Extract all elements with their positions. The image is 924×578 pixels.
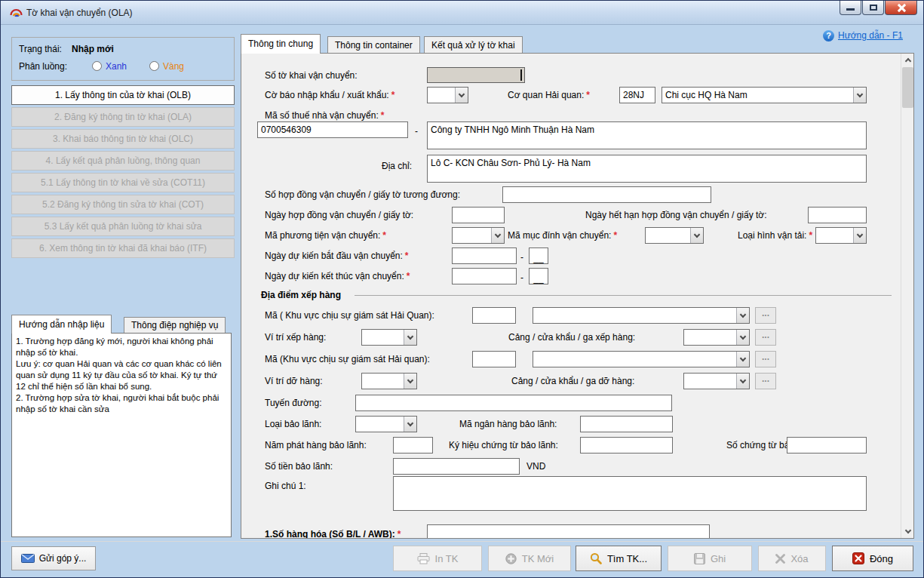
- co-quan-code-input[interactable]: [619, 87, 655, 103]
- co-quan-combobox[interactable]: Chi cục HQ Hà Nam: [662, 87, 867, 103]
- minimize-button[interactable]: [840, 1, 861, 15]
- save-button: Ghi: [668, 546, 752, 571]
- ma-ngan-hang-label: Mã ngân hàng bảo lãnh:: [459, 419, 557, 429]
- chevron-down-icon[interactable]: [690, 228, 703, 243]
- chevron-down-icon[interactable]: [736, 374, 749, 389]
- chevron-down-icon[interactable]: [853, 228, 866, 243]
- maximize-button[interactable]: [862, 1, 884, 15]
- tab-guide[interactable]: Hướng dẫn nhập liệu: [11, 315, 112, 334]
- ma-khu-vuc-do-input[interactable]: [472, 351, 516, 367]
- close-button[interactable]: [885, 1, 917, 15]
- ngay-het-han-input[interactable]: [808, 207, 867, 223]
- feedback-button[interactable]: Gửi góp ý...: [11, 546, 96, 570]
- nam-phat-hanh-label: Năm phát hàng bảo lãnh:: [265, 440, 367, 450]
- ky-hieu-chung-tu-label: Ký hiệu chứng từ bảo lãnh:: [449, 440, 558, 450]
- lane-yellow-radio[interactable]: [149, 61, 159, 71]
- loai-hinh-combobox[interactable]: [815, 227, 867, 244]
- general-info-panel: Số tờ khai vận chuyển: Cờ báo nhập khẩu …: [241, 53, 914, 539]
- delete-button-label: Xóa: [790, 553, 808, 564]
- loai-hinh-label: Loại hình vận tải:*: [738, 230, 812, 241]
- chevron-down-icon[interactable]: [736, 308, 749, 323]
- ma-khu-vuc-xep-input[interactable]: [472, 307, 516, 324]
- ngay-bat-dau-label: Ngày dự kiến bắt đầu vận chuyển:*: [265, 251, 409, 261]
- cang-do-browse-button[interactable]: ...: [755, 373, 776, 389]
- scrollbar-thumb[interactable]: [902, 67, 913, 108]
- so-tien-input[interactable]: [393, 458, 520, 475]
- tuyen-duong-input[interactable]: [355, 395, 672, 411]
- ngay-hop-dong-input[interactable]: [452, 207, 505, 223]
- khu-vuc-xep-browse-button[interactable]: ...: [755, 307, 776, 324]
- chevron-down-icon[interactable]: [404, 374, 416, 389]
- gio-ket-thuc-input[interactable]: __: [529, 268, 548, 284]
- tab-container-info[interactable]: Thông tin container: [327, 36, 420, 54]
- tab-messages[interactable]: Thông điệp nghiệp vụ: [124, 317, 226, 334]
- ma-so-thue-label: Mã số thuế nhà vận chuyển:*: [265, 110, 384, 121]
- status-panel: Trạng thái: Nhập mới Phân luồng: Xanh Và…: [11, 37, 235, 81]
- ma-ngan-hang-input[interactable]: [580, 416, 673, 432]
- ngay-bat-dau-input[interactable]: [452, 247, 517, 264]
- chevron-down-icon: [904, 527, 910, 533]
- dia-chi-field[interactable]: Lô C- KCN Châu Sơn- Phủ Lý- Hà Nam: [427, 155, 867, 183]
- ma-phuong-tien-combobox[interactable]: [452, 227, 505, 244]
- ma-khu-vuc-do-label: Mã (Khu vực chịu sự giám sát Hải quan):: [265, 354, 430, 364]
- khu-vuc-xep-combobox[interactable]: [533, 307, 750, 324]
- vi-tri-do-combobox[interactable]: [361, 373, 417, 389]
- cang-xep-combobox[interactable]: [683, 329, 750, 346]
- nha-van-chuyen-field[interactable]: Công ty TNHH Ngô Minh Thuận Hà Nam: [427, 121, 867, 149]
- vi-tri-xep-label: Ví trí xếp hàng:: [265, 332, 326, 343]
- close-dialog-button-label: Đóng: [870, 553, 893, 564]
- tab-processing-result[interactable]: Kết quả xử lý tờ khai: [424, 36, 523, 54]
- cang-do-combobox[interactable]: [683, 373, 750, 389]
- title-bar[interactable]: Tờ khai vận chuyển (OLA): [1, 1, 923, 25]
- ky-hieu-chung-tu-input[interactable]: [580, 437, 673, 453]
- step-1-button[interactable]: 1. Lấy thông tin của tờ khai (OLB): [11, 85, 235, 105]
- so-hang-hoa-input[interactable]: [427, 524, 710, 539]
- currency-label: VND: [526, 461, 545, 472]
- ma-muc-dich-label: Mã mục đính vận chuyển:*: [508, 230, 617, 241]
- find-declaration-button[interactable]: Tìm TK...: [576, 546, 662, 571]
- ma-so-thue-input[interactable]: [257, 121, 408, 138]
- loai-bao-lanh-combobox[interactable]: [355, 416, 417, 432]
- gio-bat-dau-input[interactable]: __: [529, 247, 548, 264]
- so-chung-tu-input[interactable]: [787, 437, 867, 453]
- step-5-3-button: 5.3 Lấy kết quả phân luồng tờ khai sửa: [11, 217, 235, 236]
- step-3-button: 3. Khai báo thông tin tờ khai (OLC): [11, 129, 235, 149]
- chevron-down-icon[interactable]: [404, 417, 416, 432]
- chevron-down-icon[interactable]: [404, 330, 416, 345]
- so-hop-dong-input[interactable]: [502, 186, 711, 203]
- close-dialog-button[interactable]: Đóng: [832, 546, 913, 571]
- ngay-ket-thuc-input[interactable]: [452, 268, 517, 284]
- vi-tri-xep-combobox[interactable]: [361, 329, 417, 346]
- chevron-down-icon[interactable]: [736, 352, 749, 367]
- chevron-down-icon[interactable]: [853, 88, 866, 103]
- so-to-khai-label: Số tờ khai vận chuyển:: [265, 70, 358, 81]
- guide-text[interactable]: 1. Trường hợp đăng ký mới, người khai kh…: [11, 333, 232, 537]
- dash-separator: -: [520, 252, 523, 263]
- lane-green-radio[interactable]: [92, 61, 102, 71]
- co-bao-combobox[interactable]: [427, 87, 468, 103]
- x-icon: [775, 554, 785, 564]
- ngay-het-han-label: Ngày hết hạn hợp đồng vận chuyển / giấy …: [585, 210, 767, 220]
- ghi-chu-textarea[interactable]: [393, 476, 867, 511]
- ngay-ket-thuc-label: Ngày dự kiến kết thúc vận chuyển:*: [265, 271, 410, 281]
- scroll-up-button[interactable]: [901, 54, 914, 66]
- nam-phat-hanh-input[interactable]: [393, 437, 433, 453]
- tab-general-info[interactable]: Thông tin chung: [241, 34, 321, 54]
- chevron-down-icon[interactable]: [491, 228, 504, 243]
- ma-muc-dich-combobox[interactable]: [645, 227, 704, 244]
- khu-vuc-do-browse-button[interactable]: ...: [755, 351, 776, 367]
- delete-button: Xóa: [758, 546, 826, 571]
- khu-vuc-do-combobox[interactable]: [533, 351, 750, 367]
- new-button-label: TK Mới: [522, 553, 554, 564]
- dia-chi-label: Địa chỉ:: [382, 161, 412, 171]
- help-f1-link[interactable]: Hướng dẫn - F1: [838, 30, 903, 41]
- window-title: Tờ khai vận chuyển (OLA): [26, 8, 133, 18]
- chevron-down-icon[interactable]: [736, 330, 749, 345]
- scroll-down-button[interactable]: [901, 525, 914, 538]
- vertical-scrollbar[interactable]: [901, 54, 913, 538]
- co-bao-label: Cờ báo nhập khẩu / xuất khẩu:*: [265, 90, 394, 100]
- chevron-down-icon[interactable]: [455, 88, 468, 103]
- loai-bao-lanh-label: Loại bảo lãnh:: [265, 419, 321, 429]
- cang-xep-browse-button[interactable]: ...: [755, 329, 776, 346]
- tuyen-duong-label: Tuyến đường:: [265, 398, 322, 408]
